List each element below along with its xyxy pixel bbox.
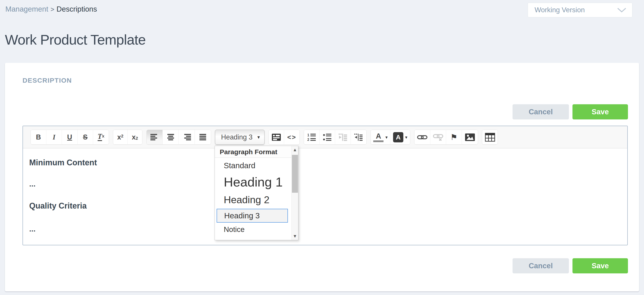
caret-down-icon: ▾ (405, 134, 407, 140)
scrollbar-thumb[interactable] (292, 155, 298, 193)
caret-down-icon: ▾ (385, 134, 388, 140)
underline-button[interactable]: U (62, 130, 78, 144)
save-button[interactable]: Save (572, 258, 628, 274)
subscript-button[interactable]: x2 (113, 130, 128, 144)
subscript-icon: x2 (117, 133, 124, 142)
insert-template-button[interactable] (269, 130, 284, 144)
breadcrumb-parent-link[interactable]: Management (5, 5, 48, 13)
caret-down-icon: ▾ (258, 134, 260, 140)
align-center-button[interactable] (163, 130, 179, 144)
superscript-button[interactable]: x2 (128, 130, 142, 144)
image-button[interactable] (462, 130, 478, 144)
format-option-heading2[interactable]: Heading 2 (224, 194, 270, 206)
outdent-button (335, 130, 351, 144)
dropdown-scrollbar[interactable]: ▲ ▼ (292, 146, 298, 240)
toolbar-group-align (146, 130, 211, 144)
version-selector[interactable]: Working Version (528, 3, 632, 18)
numbered-list-icon: 1 2 (307, 133, 316, 141)
paragraph-format-value: Heading 3 (221, 133, 252, 141)
superscript-icon: x2 (132, 133, 138, 142)
text-color-icon: A ▾ (373, 132, 388, 142)
rich-text-editor: B I U S Tx x2 x2 (22, 126, 628, 245)
breadcrumb-separator: > (50, 6, 54, 13)
remove-format-icon: Tx (98, 133, 104, 142)
numbered-list-button[interactable]: 1 2 (304, 130, 320, 144)
justify-button[interactable] (195, 130, 211, 144)
anchor-button[interactable]: ⚑ (446, 130, 462, 144)
italic-icon: I (52, 134, 55, 140)
align-left-icon (150, 134, 159, 141)
content-paragraph: ... (29, 224, 36, 233)
paragraph-format-combo[interactable]: Heading 3 ▾ (215, 130, 264, 144)
underline-icon: U (67, 134, 72, 140)
align-left-button[interactable] (147, 130, 163, 144)
link-icon (417, 134, 428, 140)
text-color-button[interactable]: A ▾ (371, 130, 390, 144)
indent-button[interactable] (351, 130, 366, 144)
bulleted-list-button[interactable] (320, 130, 335, 144)
save-button[interactable]: Save (572, 104, 628, 120)
justify-icon (198, 134, 207, 141)
content-paragraph: ... (29, 180, 36, 188)
format-option-heading3-label: Heading 3 (217, 211, 260, 220)
flag-icon: ⚑ (450, 132, 458, 142)
link-button[interactable] (414, 130, 430, 144)
page-title: Work Product Template (5, 32, 146, 48)
strikethrough-icon: S (83, 134, 88, 140)
outdent-icon (338, 133, 348, 141)
toolbar-group-subsup: x2 x2 (113, 130, 142, 144)
background-color-icon: A ▾ (393, 132, 407, 142)
template-icon (272, 134, 281, 141)
source-button[interactable]: <> (284, 130, 300, 144)
dropdown-title: Paragraph Format (215, 146, 298, 158)
version-selector-value: Working Version (534, 6, 585, 14)
table-button[interactable] (482, 130, 498, 144)
toolbar-group-links: ⚑ (414, 130, 478, 144)
align-right-icon (182, 134, 191, 141)
description-card: DESCRIPTION Cancel Save B I U S Tx (5, 63, 639, 292)
breadcrumb-current: Descriptions (56, 5, 97, 13)
image-icon (465, 133, 475, 141)
breadcrumb: Management > Descriptions (5, 5, 97, 13)
align-center-icon (166, 134, 175, 141)
cancel-button[interactable]: Cancel (512, 258, 569, 274)
bold-button[interactable]: B (31, 130, 46, 144)
remove-format-button[interactable]: Tx (93, 130, 109, 144)
content-heading: Quality Criteria (29, 201, 87, 210)
section-label: DESCRIPTION (22, 77, 72, 84)
svg-text:2: 2 (307, 138, 309, 141)
unlink-icon (433, 134, 443, 141)
strikethrough-button[interactable]: S (78, 130, 93, 144)
chevron-down-icon (617, 7, 626, 13)
scroll-down-icon[interactable]: ▼ (292, 234, 298, 238)
editor-toolbar: B I U S Tx x2 x2 (23, 126, 627, 148)
source-code-icon: <> (287, 134, 296, 140)
format-option-notice[interactable]: Notice (224, 225, 245, 234)
unlink-button (430, 130, 446, 144)
align-right-button[interactable] (179, 130, 195, 144)
cancel-button[interactable]: Cancel (512, 104, 569, 120)
indent-icon (354, 133, 363, 141)
toolbar-group-lists: 1 2 (304, 130, 366, 144)
italic-button[interactable]: I (46, 130, 62, 144)
format-option-heading3-selected[interactable]: Heading 3 (216, 209, 288, 222)
toolbar-group-tools: <> (268, 130, 300, 144)
paragraph-format-dropdown: Paragraph Format Standard Heading 1 Head… (214, 146, 298, 240)
format-option-heading1[interactable]: Heading 1 (224, 174, 282, 190)
content-heading: Minimum Content (29, 158, 97, 167)
bold-icon: B (36, 134, 41, 140)
scroll-up-icon[interactable]: ▲ (292, 148, 298, 152)
svg-text:1: 1 (307, 133, 309, 137)
bulleted-list-icon (323, 133, 332, 141)
background-color-button[interactable]: A ▾ (390, 130, 410, 144)
toolbar-group-table (482, 130, 498, 144)
table-icon (485, 133, 495, 142)
toolbar-group-basicstyles: B I U S Tx (30, 130, 109, 144)
toolbar-group-colors: A ▾ A ▾ (370, 130, 410, 144)
format-option-standard[interactable]: Standard (224, 161, 255, 170)
